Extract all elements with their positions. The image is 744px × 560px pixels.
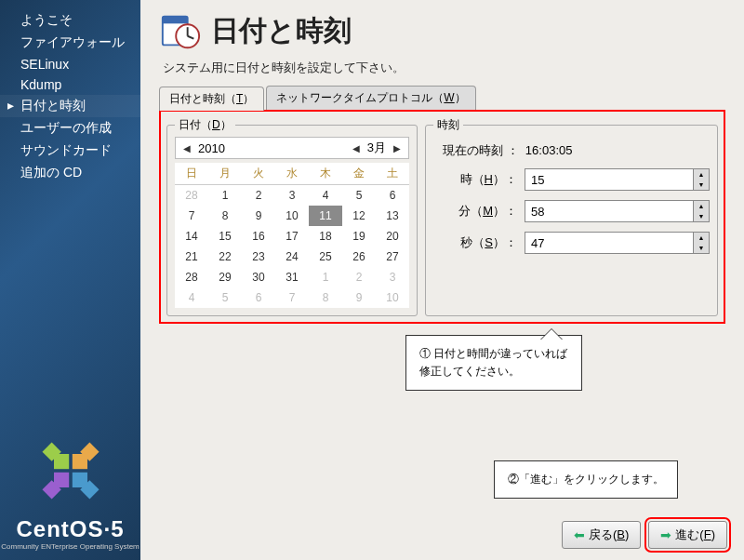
date-fieldset: 日付（D） ◀ 2010 ◀ 3月 ▶ 日月火水木金土 281234567891… (166, 117, 418, 316)
calendar-day[interactable]: 14 (175, 226, 208, 247)
sidebar-item-3[interactable]: Kdump (0, 74, 140, 95)
calendar-day[interactable]: 8 (208, 206, 242, 226)
svg-rect-9 (163, 17, 188, 24)
calendar-day[interactable]: 2 (242, 185, 275, 207)
calendar-day[interactable]: 26 (342, 247, 376, 267)
calendar-day[interactable]: 18 (309, 226, 342, 247)
month-next[interactable]: ▶ (390, 143, 405, 153)
min-down[interactable]: ▼ (694, 211, 709, 221)
calendar-day[interactable]: 8 (309, 287, 342, 308)
datetime-panel: 日付（D） ◀ 2010 ◀ 3月 ▶ 日月火水木金土 281234567891… (159, 110, 725, 324)
sidebar-item-7[interactable]: 追加の CD (0, 162, 140, 184)
sidebar-item-0[interactable]: ようこそ (0, 9, 140, 32)
datetime-icon (159, 9, 202, 52)
product-tagline: Community ENTerprise Operating System (0, 542, 140, 551)
tab-datetime[interactable]: 日付と時刻（T） (159, 87, 264, 111)
year-label: 2010 (198, 141, 225, 155)
calendar-day[interactable]: 3 (275, 185, 309, 207)
calendar-day[interactable]: 12 (342, 206, 376, 226)
calendar-day[interactable]: 2 (342, 267, 376, 287)
product-name: CentOS·5 (0, 516, 140, 542)
calendar-day[interactable]: 10 (275, 206, 309, 226)
minute-input[interactable] (525, 201, 693, 221)
calendar-day[interactable]: 17 (275, 226, 309, 247)
calendar-day[interactable]: 29 (208, 267, 242, 287)
calendar-day[interactable]: 20 (376, 226, 409, 247)
calendar-nav: ◀ 2010 ◀ 3月 ▶ (175, 137, 409, 159)
calendar-day[interactable]: 7 (175, 206, 208, 226)
sidebar: ようこそファイアウォールSELinuxKdump日付と時刻ユーザーの作成サウンド… (0, 0, 140, 560)
calendar-day[interactable]: 16 (242, 226, 275, 247)
calendar-day[interactable]: 6 (376, 185, 409, 207)
calendar-day[interactable]: 13 (376, 206, 409, 226)
hour-up[interactable]: ▲ (694, 169, 709, 180)
current-time-value: 16:03:05 (525, 143, 573, 157)
sidebar-item-6[interactable]: サウンドカード (0, 140, 140, 162)
calendar-day[interactable]: 22 (208, 247, 242, 267)
calendar-day[interactable]: 10 (376, 287, 409, 308)
tab-ntp[interactable]: ネットワークタイムプロトコル（W） (266, 86, 475, 110)
month-label: 3月 (367, 140, 386, 156)
calendar-day[interactable]: 4 (175, 287, 208, 308)
calendar-day[interactable]: 27 (376, 247, 409, 267)
calendar-day[interactable]: 28 (175, 267, 208, 287)
sidebar-item-5[interactable]: ユーザーの作成 (0, 117, 140, 140)
calendar-day[interactable]: 4 (309, 185, 342, 207)
min-up[interactable]: ▲ (694, 201, 709, 211)
date-legend: 日付（D） (175, 117, 235, 133)
annotation-1: ① 日付と時間が違っていれば修正してください。 (405, 335, 582, 391)
current-time-row: 現在の時刻 ： 16:03:05 (443, 142, 710, 159)
calendar: 日月火水木金土 28123456789101112131415161718192… (175, 163, 409, 308)
arrow-left-icon: ⬅ (574, 527, 585, 542)
calendar-day[interactable]: 15 (208, 226, 242, 247)
minute-label: 分（M）： (433, 203, 517, 220)
calendar-day[interactable]: 1 (309, 267, 342, 287)
calendar-day[interactable]: 1 (208, 185, 242, 207)
calendar-day[interactable]: 25 (309, 247, 342, 267)
time-legend: 時刻 (433, 117, 463, 133)
centos-logo-icon (29, 429, 113, 513)
calendar-day[interactable]: 28 (175, 185, 208, 207)
main-panel: 日付と時刻 システム用に日付と時刻を設定して下さい。 日付と時刻（T） ネットワ… (140, 0, 744, 560)
calendar-day[interactable]: 5 (342, 185, 376, 207)
sec-down[interactable]: ▼ (694, 243, 709, 253)
annotation-2: ②「進む」をクリックします。 (494, 460, 678, 499)
calendar-day[interactable]: 6 (242, 287, 275, 308)
second-input[interactable] (525, 233, 693, 253)
page-subhead: システム用に日付と時刻を設定して下さい。 (163, 60, 725, 76)
calendar-day[interactable]: 21 (175, 247, 208, 267)
second-label: 秒（S）： (433, 234, 517, 251)
calendar-day[interactable]: 7 (275, 287, 309, 308)
page-title: 日付と時刻 (211, 12, 352, 50)
calendar-day[interactable]: 24 (275, 247, 309, 267)
hour-input[interactable] (525, 169, 693, 190)
arrow-right-icon: ➡ (660, 527, 671, 542)
calendar-day[interactable]: 5 (208, 287, 242, 308)
calendar-day[interactable]: 19 (342, 226, 376, 247)
calendar-day[interactable]: 30 (242, 267, 275, 287)
calendar-day[interactable]: 11 (309, 206, 342, 226)
sidebar-item-1[interactable]: ファイアウォール (0, 32, 140, 54)
month-prev[interactable]: ◀ (349, 143, 364, 153)
calendar-day[interactable]: 31 (275, 267, 309, 287)
hour-label: 時（H）： (433, 171, 517, 188)
year-prev[interactable]: ◀ (179, 143, 194, 153)
calendar-day[interactable]: 9 (242, 206, 275, 226)
sidebar-item-2[interactable]: SELinux (0, 54, 140, 74)
hour-down[interactable]: ▼ (694, 180, 709, 190)
logo-area: CentOS·5 Community ENTerprise Operating … (0, 429, 140, 551)
back-button[interactable]: ⬅ 戻る(B) (562, 521, 641, 549)
sidebar-item-4[interactable]: 日付と時刻 (0, 95, 140, 117)
forward-button[interactable]: ➡ 進む(F) (648, 521, 727, 549)
calendar-day[interactable]: 23 (242, 247, 275, 267)
sec-up[interactable]: ▲ (694, 233, 709, 243)
tabs: 日付と時刻（T） ネットワークタイムプロトコル（W） (159, 86, 725, 111)
calendar-day[interactable]: 9 (342, 287, 376, 308)
time-fieldset: 時刻 現在の時刻 ： 16:03:05 時（H）： ▲▼ 分（M）： ▲▼ 秒（… (425, 117, 718, 316)
calendar-day[interactable]: 3 (376, 267, 409, 287)
